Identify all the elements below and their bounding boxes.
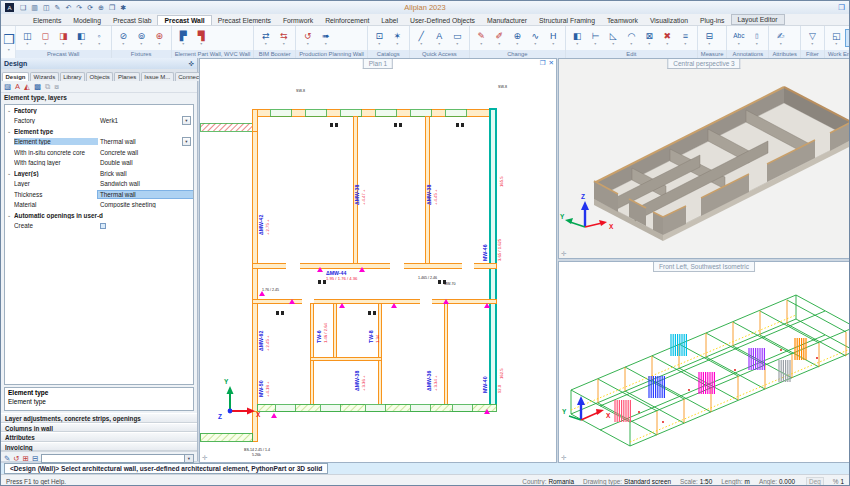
property-value[interactable]: Concrete wall (98, 149, 193, 156)
ribbon-tool[interactable]: Η▾ (545, 30, 562, 46)
ribbon-tool[interactable]: ⊢▾ (587, 30, 604, 46)
palette-tab[interactable]: Issue M... (141, 72, 174, 81)
ribbon-tool[interactable]: ◱▾ (828, 30, 845, 46)
property-value[interactable]: Werk1 (98, 117, 182, 124)
ribbon-tab[interactable]: Reinforcement (319, 16, 375, 25)
collapsed-section-bar[interactable]: Attributes (1, 432, 197, 442)
palette-tab[interactable]: Wizards (30, 72, 59, 81)
ribbon-tool[interactable]: ◲▾ (846, 30, 850, 46)
ribbon-project-tool[interactable]: ❒ ▾ (3, 26, 16, 58)
ribbon-tool[interactable]: ⇆▾ (275, 30, 292, 46)
ribbon-tool[interactable]: ⊠▾ (641, 30, 658, 46)
ribbon-tool[interactable]: ◨▾ (55, 30, 72, 46)
ribbon-tool[interactable]: Abc▾ (730, 30, 747, 46)
viewport-perspective[interactable]: Z Y X Central perspective 3 ✛ (558, 58, 850, 259)
palette-tab[interactable]: Library (60, 72, 85, 81)
property-row[interactable]: ⌄ Layer(s) Brick wall ▾ (5, 168, 193, 179)
property-value[interactable]: Double wall (98, 159, 193, 166)
property-row[interactable]: ⌄ With facing layer Double wall ▾ (5, 158, 193, 169)
status-field[interactable]: Country: Romania (522, 478, 574, 485)
property-value[interactable]: Thermal wall (98, 138, 182, 145)
maximize-icon[interactable]: ❐ (540, 60, 546, 67)
ribbon-tab[interactable]: Precast Slab (107, 16, 158, 25)
viewport-plan-title[interactable]: Plan 1 (363, 59, 393, 69)
property-row[interactable]: ⌄ Material Composite sheeting ▾ (5, 200, 193, 211)
property-row[interactable]: ⌄ Element type ▾ (5, 126, 193, 137)
ribbon-tab[interactable]: Teamwork (601, 16, 644, 25)
ribbon-tool[interactable]: ⊚▾ (133, 30, 150, 46)
create-checkbox[interactable] (100, 223, 106, 229)
collapsed-section-bar[interactable]: Layer adjustments, concrete strips, open… (1, 413, 197, 423)
quick-access-icon[interactable]: ↶ (65, 4, 71, 11)
dropdown-button[interactable]: ▾ (182, 116, 191, 125)
status-field[interactable]: % 1 (833, 478, 844, 485)
palette-tool-icon[interactable]: ⧇ (54, 83, 59, 91)
ribbon-tool[interactable]: ⊘▾ (115, 30, 132, 46)
property-row[interactable]: ⌄ Create ▾ (5, 221, 193, 232)
quick-access-icon[interactable]: ✎ (55, 4, 61, 11)
ribbon-tool[interactable]: ◦▾ (91, 30, 108, 46)
ribbon-tool[interactable]: ◧▾ (73, 30, 90, 46)
viewport-corner-icon[interactable]: ✛ (202, 455, 207, 462)
quick-access-icon[interactable]: ❒ (109, 4, 115, 11)
status-field[interactable]: Drawing type: Standard screen (583, 478, 671, 485)
ribbon-tool[interactable]: ◻▾ (37, 30, 54, 46)
palette-tab[interactable]: Planes (114, 72, 139, 81)
quick-access-icon[interactable]: ◫ (43, 4, 50, 11)
ribbon-tool[interactable]: ⊟▾ (701, 30, 718, 46)
property-value[interactable]: Thermal wall (98, 191, 193, 198)
status-field[interactable]: Length: m (721, 478, 750, 485)
window-restore-icon[interactable]: ❐ (838, 3, 845, 12)
viewport-plan[interactable]: Plan 1 ❐ ✕ ✛ (199, 58, 557, 463)
element-type-box-link[interactable]: Element type (8, 398, 190, 405)
collapse-chevron-icon[interactable]: ⌄ (7, 213, 14, 218)
ribbon-tool[interactable]: ▯▾ (748, 30, 765, 46)
ribbon-tool[interactable]: ◠▾ (623, 30, 640, 46)
property-row[interactable]: ⌄ Thickness Thermal wall ▾ (5, 189, 193, 200)
ribbon-tool[interactable]: ⊛▾ (151, 30, 168, 46)
ribbon-tab[interactable]: Visualization (644, 16, 694, 25)
viewport-isometric-title[interactable]: Front Left, Southwest Isometric (653, 262, 755, 272)
palette-tool-icon[interactable]: ◭ (24, 83, 30, 91)
ribbon-tool[interactable]: ≡▾ (677, 30, 694, 46)
ribbon-tool[interactable]: ⊡▾ (371, 30, 388, 46)
app-menu-button[interactable]: A (5, 3, 14, 12)
ribbon-tab[interactable]: Precast Elements (212, 16, 277, 25)
pin-icon[interactable]: ✜ (189, 60, 194, 68)
collapse-chevron-icon[interactable]: ⌄ (7, 129, 14, 134)
property-row[interactable]: ⌄ Factory Werk1 ▾ (5, 116, 193, 127)
status-field[interactable]: Scale: 1:50 (680, 478, 712, 485)
collapse-chevron-icon[interactable]: ⌄ (7, 171, 14, 176)
ribbon-tool[interactable]: ✶▾ (389, 30, 406, 46)
ribbon-tool[interactable]: ⊕▾ (509, 30, 526, 46)
property-row[interactable]: ⌄ Layer Sandwich wall ▾ (5, 179, 193, 190)
combobox-dropdown-icon[interactable]: ▾ (184, 455, 193, 462)
ribbon-tab[interactable]: Layout Editor (731, 14, 785, 25)
collapsed-section-bar[interactable]: Invoicing (1, 442, 197, 452)
ribbon-tool[interactable]: ▽▾ (804, 30, 821, 46)
ribbon-tool[interactable]: ✖▾ (659, 30, 676, 46)
status-field[interactable]: Deg (804, 477, 824, 486)
property-value[interactable]: Brick wall (98, 170, 193, 177)
ribbon-tab[interactable]: Manufacturer (481, 16, 533, 25)
palette-tab[interactable]: Objects (86, 72, 113, 81)
property-row[interactable]: ⌄ Factory ▾ (5, 105, 193, 116)
quick-access-icon[interactable]: ⊕ (98, 4, 104, 11)
ribbon-tool[interactable]: ↺▾ (299, 30, 316, 46)
ribbon-tool[interactable]: A▾ (431, 30, 448, 46)
favorites-combobox[interactable]: ▾ (41, 454, 194, 463)
palette-title-bar[interactable]: Design ✜ (1, 58, 197, 69)
footer-tool-icon[interactable]: ⊞ (23, 455, 29, 463)
ribbon-tool[interactable]: ◺▾ (605, 30, 622, 46)
ribbon-tool[interactable]: ✎▾ (473, 30, 490, 46)
ribbon-tool[interactable]: ⇄▾ (257, 30, 274, 46)
ribbon-tool[interactable]: ▜▾ (193, 30, 210, 46)
ribbon-tool[interactable]: ∿▾ (527, 30, 544, 46)
footer-tool-icon[interactable]: ⊟ (32, 455, 38, 463)
ribbon-tool[interactable]: ▭▾ (449, 30, 466, 46)
ribbon-tab[interactable]: Precast Wall (157, 15, 211, 25)
palette-tab[interactable]: Design (2, 72, 29, 81)
ribbon-tool[interactable]: ◧▾ (569, 30, 586, 46)
ribbon-tool[interactable]: ➠▾ (317, 30, 334, 46)
viewport-corner-icon[interactable]: ✛ (561, 455, 566, 462)
